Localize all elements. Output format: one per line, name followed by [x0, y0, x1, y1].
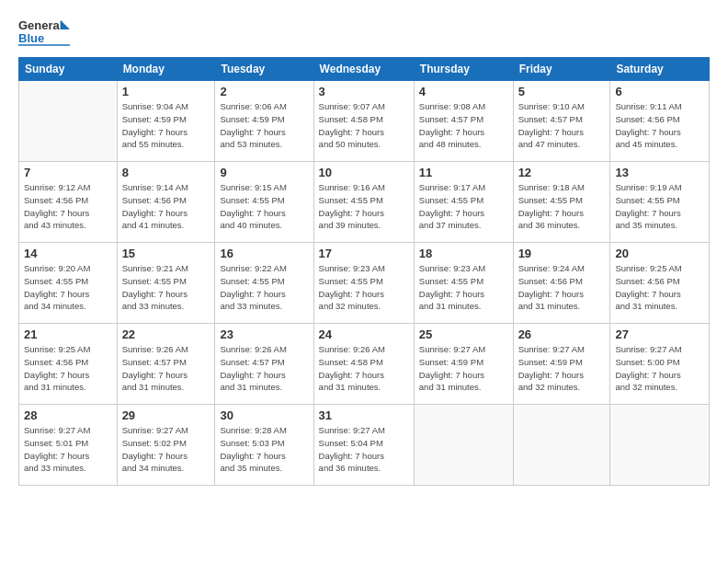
day-number: 9: [220, 166, 308, 179]
calendar-cell: [513, 405, 610, 486]
calendar-cell: 24Sunrise: 9:26 AM Sunset: 4:58 PM Dayli…: [313, 324, 414, 405]
day-info: Sunrise: 9:26 AM Sunset: 4:58 PM Dayligh…: [319, 343, 409, 394]
svg-marker-2: [61, 20, 70, 29]
weekday-header-thursday: Thursday: [414, 58, 513, 81]
day-number: 21: [24, 327, 112, 341]
day-info: Sunrise: 9:25 AM Sunset: 4:56 PM Dayligh…: [615, 262, 704, 313]
weekday-header-saturday: Saturday: [610, 58, 710, 81]
day-number: 27: [615, 327, 704, 341]
day-info: Sunrise: 9:22 AM Sunset: 4:55 PM Dayligh…: [220, 262, 308, 313]
day-info: Sunrise: 9:23 AM Sunset: 4:55 PM Dayligh…: [419, 262, 508, 313]
week-row-4: 21Sunrise: 9:25 AM Sunset: 4:56 PM Dayli…: [19, 324, 710, 405]
day-number: 29: [122, 408, 210, 422]
day-info: Sunrise: 9:06 AM Sunset: 4:59 PM Dayligh…: [220, 100, 308, 151]
calendar-cell: 15Sunrise: 9:21 AM Sunset: 4:55 PM Dayli…: [117, 243, 215, 324]
weekday-header-row: SundayMondayTuesdayWednesdayThursdayFrid…: [19, 58, 710, 81]
day-number: 13: [615, 166, 704, 179]
day-info: Sunrise: 9:07 AM Sunset: 4:58 PM Dayligh…: [319, 100, 409, 151]
logo-svg: GeneralBlue: [18, 15, 74, 48]
day-info: Sunrise: 9:08 AM Sunset: 4:57 PM Dayligh…: [419, 100, 508, 151]
day-info: Sunrise: 9:27 AM Sunset: 4:59 PM Dayligh…: [419, 343, 508, 394]
day-number: 10: [319, 166, 409, 179]
day-info: Sunrise: 9:23 AM Sunset: 4:55 PM Dayligh…: [319, 262, 409, 313]
week-row-3: 14Sunrise: 9:20 AM Sunset: 4:55 PM Dayli…: [19, 243, 710, 324]
day-number: 5: [518, 85, 606, 98]
calendar-cell: 6Sunrise: 9:11 AM Sunset: 4:56 PM Daylig…: [610, 81, 710, 162]
day-number: 14: [24, 247, 112, 260]
week-row-1: 1Sunrise: 9:04 AM Sunset: 4:59 PM Daylig…: [19, 81, 710, 162]
calendar-table: SundayMondayTuesdayWednesdayThursdayFrid…: [18, 57, 710, 486]
logo: GeneralBlue: [18, 15, 74, 48]
calendar-cell: 29Sunrise: 9:27 AM Sunset: 5:02 PM Dayli…: [117, 405, 215, 486]
calendar-cell: 18Sunrise: 9:23 AM Sunset: 4:55 PM Dayli…: [414, 243, 513, 324]
day-info: Sunrise: 9:27 AM Sunset: 4:59 PM Dayligh…: [518, 343, 606, 394]
day-number: 28: [24, 408, 112, 422]
day-info: Sunrise: 9:27 AM Sunset: 5:02 PM Dayligh…: [122, 424, 210, 475]
day-number: 1: [122, 85, 210, 98]
calendar-cell: 5Sunrise: 9:10 AM Sunset: 4:57 PM Daylig…: [513, 81, 610, 162]
calendar-cell: 7Sunrise: 9:12 AM Sunset: 4:56 PM Daylig…: [19, 162, 118, 243]
day-number: 20: [615, 247, 704, 260]
day-info: Sunrise: 9:19 AM Sunset: 4:55 PM Dayligh…: [615, 181, 704, 232]
weekday-header-tuesday: Tuesday: [215, 58, 313, 81]
calendar-cell: [414, 405, 513, 486]
day-info: Sunrise: 9:26 AM Sunset: 4:57 PM Dayligh…: [220, 343, 308, 394]
day-info: Sunrise: 9:11 AM Sunset: 4:56 PM Dayligh…: [615, 100, 704, 151]
calendar-cell: 10Sunrise: 9:16 AM Sunset: 4:55 PM Dayli…: [313, 162, 414, 243]
calendar-cell: [19, 81, 118, 162]
calendar-cell: 21Sunrise: 9:25 AM Sunset: 4:56 PM Dayli…: [19, 324, 118, 405]
day-number: 12: [518, 166, 606, 179]
calendar-cell: 25Sunrise: 9:27 AM Sunset: 4:59 PM Dayli…: [414, 324, 513, 405]
calendar-cell: 11Sunrise: 9:17 AM Sunset: 4:55 PM Dayli…: [414, 162, 513, 243]
day-info: Sunrise: 9:04 AM Sunset: 4:59 PM Dayligh…: [122, 100, 210, 151]
svg-text:General: General: [18, 18, 63, 32]
calendar-cell: [610, 405, 710, 486]
calendar-cell: 8Sunrise: 9:14 AM Sunset: 4:56 PM Daylig…: [117, 162, 215, 243]
day-number: 26: [518, 327, 606, 341]
calendar-cell: 2Sunrise: 9:06 AM Sunset: 4:59 PM Daylig…: [215, 81, 313, 162]
calendar-cell: 9Sunrise: 9:15 AM Sunset: 4:55 PM Daylig…: [215, 162, 313, 243]
calendar-cell: 19Sunrise: 9:24 AM Sunset: 4:56 PM Dayli…: [513, 243, 610, 324]
day-info: Sunrise: 9:28 AM Sunset: 5:03 PM Dayligh…: [220, 424, 308, 475]
day-number: 22: [122, 327, 210, 341]
day-number: 2: [220, 85, 308, 98]
day-info: Sunrise: 9:27 AM Sunset: 5:01 PM Dayligh…: [24, 424, 112, 475]
calendar-cell: 13Sunrise: 9:19 AM Sunset: 4:55 PM Dayli…: [610, 162, 710, 243]
svg-text:Blue: Blue: [18, 31, 44, 45]
day-info: Sunrise: 9:21 AM Sunset: 4:55 PM Dayligh…: [122, 262, 210, 313]
day-number: 3: [319, 85, 409, 98]
day-number: 8: [122, 166, 210, 179]
calendar-cell: 20Sunrise: 9:25 AM Sunset: 4:56 PM Dayli…: [610, 243, 710, 324]
calendar-cell: 12Sunrise: 9:18 AM Sunset: 4:55 PM Dayli…: [513, 162, 610, 243]
calendar-cell: 1Sunrise: 9:04 AM Sunset: 4:59 PM Daylig…: [117, 81, 215, 162]
weekday-header-friday: Friday: [513, 58, 610, 81]
day-info: Sunrise: 9:14 AM Sunset: 4:56 PM Dayligh…: [122, 181, 210, 232]
day-number: 17: [319, 247, 409, 260]
calendar-cell: 28Sunrise: 9:27 AM Sunset: 5:01 PM Dayli…: [19, 405, 118, 486]
weekday-header-monday: Monday: [117, 58, 215, 81]
weekday-header-wednesday: Wednesday: [313, 58, 414, 81]
day-info: Sunrise: 9:27 AM Sunset: 5:04 PM Dayligh…: [319, 424, 409, 475]
calendar-page: GeneralBlue SundayMondayTuesdayWednesday…: [0, 0, 728, 563]
calendar-cell: 3Sunrise: 9:07 AM Sunset: 4:58 PM Daylig…: [313, 81, 414, 162]
day-number: 7: [24, 166, 112, 179]
day-info: Sunrise: 9:15 AM Sunset: 4:55 PM Dayligh…: [220, 181, 308, 232]
day-info: Sunrise: 9:20 AM Sunset: 4:55 PM Dayligh…: [24, 262, 112, 313]
calendar-cell: 27Sunrise: 9:27 AM Sunset: 5:00 PM Dayli…: [610, 324, 710, 405]
calendar-cell: 22Sunrise: 9:26 AM Sunset: 4:57 PM Dayli…: [117, 324, 215, 405]
day-info: Sunrise: 9:10 AM Sunset: 4:57 PM Dayligh…: [518, 100, 606, 151]
week-row-2: 7Sunrise: 9:12 AM Sunset: 4:56 PM Daylig…: [19, 162, 710, 243]
day-number: 24: [319, 327, 409, 341]
page-header: GeneralBlue: [18, 15, 710, 48]
day-info: Sunrise: 9:27 AM Sunset: 5:00 PM Dayligh…: [615, 343, 704, 394]
calendar-cell: 31Sunrise: 9:27 AM Sunset: 5:04 PM Dayli…: [313, 405, 414, 486]
week-row-5: 28Sunrise: 9:27 AM Sunset: 5:01 PM Dayli…: [19, 405, 710, 486]
day-number: 30: [220, 408, 308, 422]
calendar-cell: 26Sunrise: 9:27 AM Sunset: 4:59 PM Dayli…: [513, 324, 610, 405]
day-info: Sunrise: 9:25 AM Sunset: 4:56 PM Dayligh…: [24, 343, 112, 394]
day-info: Sunrise: 9:26 AM Sunset: 4:57 PM Dayligh…: [122, 343, 210, 394]
day-number: 23: [220, 327, 308, 341]
day-info: Sunrise: 9:18 AM Sunset: 4:55 PM Dayligh…: [518, 181, 606, 232]
day-number: 6: [615, 85, 704, 98]
day-number: 11: [419, 166, 508, 179]
